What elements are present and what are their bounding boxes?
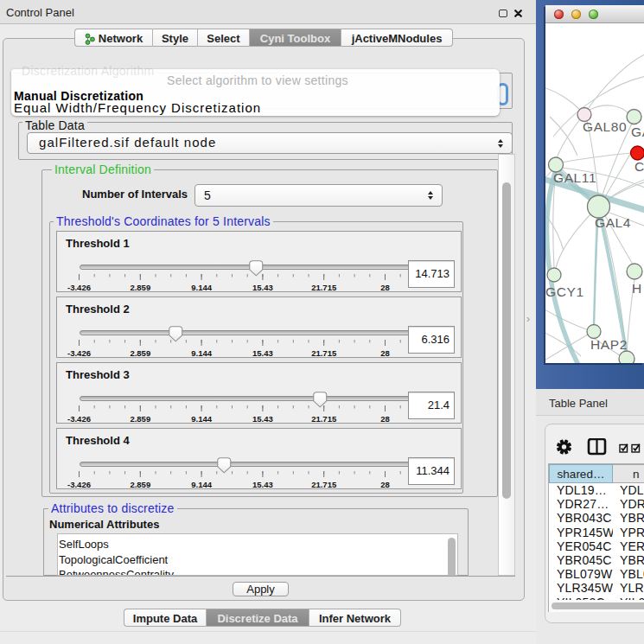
svg-text:H: H xyxy=(632,281,642,296)
svg-text:C: C xyxy=(634,159,644,174)
svg-text:GAL4: GAL4 xyxy=(595,215,631,230)
svg-text:HAP2: HAP2 xyxy=(590,337,628,352)
svg-text:GA: GA xyxy=(631,124,644,139)
svg-text:GAL80: GAL80 xyxy=(583,119,627,134)
svg-text:GCY1: GCY1 xyxy=(545,284,584,299)
svg-text:GAL11: GAL11 xyxy=(553,170,596,185)
